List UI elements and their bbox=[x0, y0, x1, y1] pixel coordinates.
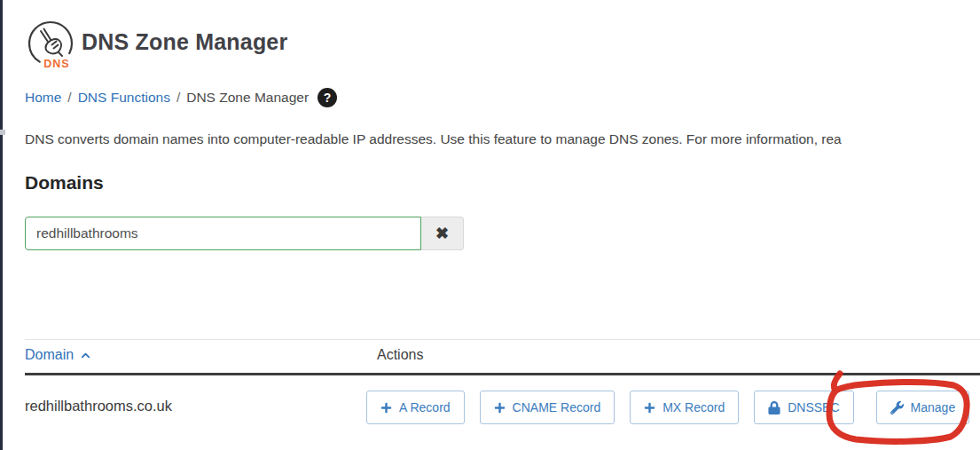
plus-icon bbox=[380, 402, 392, 414]
actions-column-header: Actions bbox=[377, 347, 423, 363]
sidebar-notch bbox=[0, 130, 5, 135]
breadcrumb-separator: / bbox=[176, 90, 180, 106]
sort-asc-icon bbox=[80, 351, 91, 360]
clear-filter-button[interactable]: ✖ bbox=[421, 217, 464, 250]
breadcrumb-separator: / bbox=[67, 90, 71, 106]
a-record-button[interactable]: A Record bbox=[366, 391, 465, 424]
domains-heading: Domains bbox=[25, 172, 104, 193]
button-label: Manage bbox=[911, 400, 956, 414]
pointer-hand-icon bbox=[41, 29, 62, 57]
help-icon[interactable]: ? bbox=[318, 88, 337, 107]
intro-text: DNS converts domain names into computer-… bbox=[25, 131, 980, 147]
button-label: A Record bbox=[399, 400, 451, 414]
manage-button[interactable]: Manage bbox=[876, 391, 970, 424]
button-label: MX Record bbox=[662, 400, 725, 414]
domain-header-label: Domain bbox=[25, 347, 74, 363]
dns-icon-label: DNS bbox=[43, 58, 69, 70]
table-row-actions: A Record CNAME Record MX Record DNSSEC M… bbox=[366, 391, 969, 424]
breadcrumb-home-link[interactable]: Home bbox=[25, 90, 61, 106]
domain-filter-input[interactable] bbox=[25, 217, 421, 250]
domain-column-header[interactable]: Domain bbox=[25, 347, 91, 363]
sidebar-edge bbox=[0, 0, 3, 450]
breadcrumb-dns-functions-link[interactable]: DNS Functions bbox=[78, 90, 170, 106]
button-label: DNSSEC bbox=[788, 400, 839, 414]
mx-record-button[interactable]: MX Record bbox=[630, 391, 739, 424]
dns-zone-icon: DNS bbox=[28, 20, 74, 72]
domain-filter-group: ✖ bbox=[25, 217, 464, 250]
domain-cell: redhillbathrooms.co.uk bbox=[25, 398, 172, 414]
dnssec-button[interactable]: DNSSEC bbox=[754, 391, 853, 424]
clear-icon: ✖ bbox=[435, 224, 449, 243]
plus-icon bbox=[644, 402, 655, 414]
button-label: CNAME Record bbox=[513, 400, 601, 414]
plus-icon bbox=[494, 402, 506, 414]
wrench-icon bbox=[890, 401, 904, 414]
page-title: DNS Zone Manager bbox=[82, 29, 287, 55]
table-header-border bbox=[25, 373, 980, 375]
cname-record-button[interactable]: CNAME Record bbox=[480, 391, 615, 424]
table-top-border bbox=[25, 339, 980, 340]
breadcrumb: Home / DNS Functions / DNS Zone Manager … bbox=[25, 88, 337, 107]
lock-icon bbox=[768, 401, 780, 414]
breadcrumb-current: DNS Zone Manager bbox=[186, 90, 309, 106]
